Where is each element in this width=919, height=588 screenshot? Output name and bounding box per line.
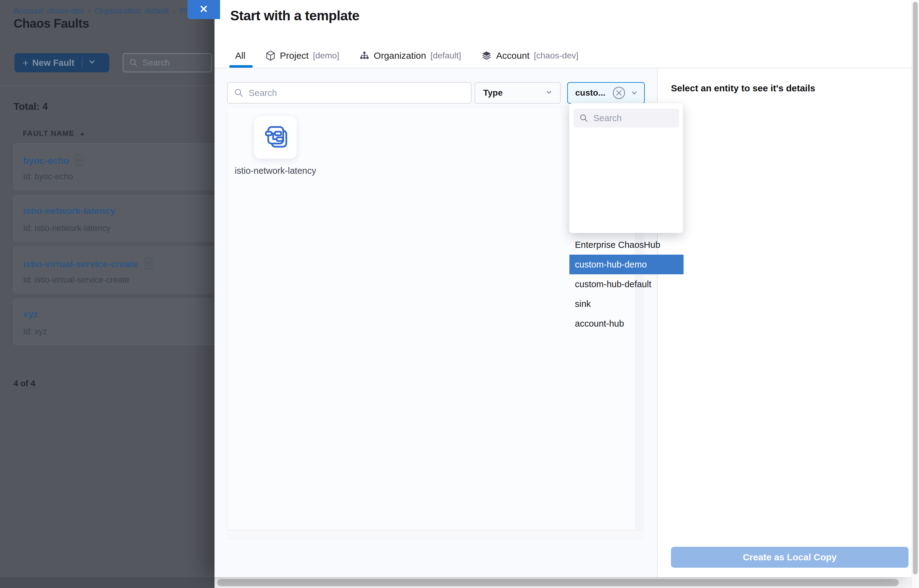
menu-item-label: custom-hub-demo xyxy=(575,260,647,270)
chaoshub-dropdown-menu: Search Enterprise ChaosHub custom-hub-de… xyxy=(569,103,683,233)
fault-name-link[interactable]: xyz xyxy=(23,309,38,320)
menu-item-sink[interactable]: sink xyxy=(569,294,684,314)
chaoshub-menu-search-input[interactable]: Search xyxy=(574,108,679,128)
menu-item-custom-hub-default[interactable]: custom-hub-default xyxy=(569,274,684,294)
tab-label: Project xyxy=(280,50,308,61)
fault-id-label: Id: istio-network-latency xyxy=(23,224,110,233)
search-icon xyxy=(234,88,244,98)
faults-search-input[interactable]: Search xyxy=(123,53,212,72)
new-fault-label: New Fault xyxy=(32,58,75,68)
fault-name-column-header[interactable]: FAULT NAME ▲ xyxy=(23,129,85,138)
drawer-title: Start with a template xyxy=(230,8,360,23)
chaoshub-filter-value: custo... xyxy=(575,88,605,98)
tab-account[interactable]: Account [chaos-dev] xyxy=(481,50,578,61)
toolbar-divider xyxy=(0,85,214,86)
breadcrumb: Account: chaos-dev › Organization: defau… xyxy=(13,6,194,16)
type-filter-label: Type xyxy=(483,88,502,98)
tab-organization[interactable]: Organization [default] xyxy=(360,50,461,61)
new-fault-button[interactable]: + New Fault xyxy=(15,53,109,72)
fault-name-link[interactable]: byoc-echo xyxy=(23,156,69,166)
details-empty-state-text: Select an entity to see it's details xyxy=(671,83,815,94)
page-title: Chaos Faults xyxy=(13,16,89,31)
chevron-down-icon xyxy=(545,88,553,98)
workflow-template-icon xyxy=(263,124,289,151)
tab-project[interactable]: Project [demo] xyxy=(266,50,339,61)
tab-label: All xyxy=(235,50,245,61)
tab-scope-label: [default] xyxy=(430,51,461,61)
menu-item-label: sink xyxy=(575,299,591,309)
tab-label: Account xyxy=(496,50,529,61)
search-placeholder: Search xyxy=(249,88,277,98)
layers-icon xyxy=(481,50,492,61)
clear-filter-icon[interactable] xyxy=(612,86,626,100)
search-placeholder: Search xyxy=(143,58,170,68)
table-row[interactable]: istio-network-latency Id: istio-network-… xyxy=(13,195,222,242)
chevron-down-icon[interactable] xyxy=(630,89,639,97)
template-grid-footer xyxy=(227,530,644,539)
create-as-local-copy-button[interactable]: Create as Local Copy xyxy=(671,547,909,568)
close-drawer-button[interactable] xyxy=(188,0,220,19)
search-placeholder: Search xyxy=(593,113,622,123)
tab-all[interactable]: All xyxy=(235,50,245,61)
breadcrumb-separator: › xyxy=(88,7,91,15)
template-card-istio-network-latency[interactable] xyxy=(254,116,297,159)
sort-ascending-icon: ▲ xyxy=(79,131,85,137)
document-icon xyxy=(75,154,84,168)
menu-item-custom-hub-demo[interactable]: custom-hub-demo xyxy=(569,255,684,274)
table-row[interactable]: byoc-echo Id: byoc-echo xyxy=(13,143,222,190)
pagination-label: 4 of 4 xyxy=(13,379,36,388)
breadcrumb-organization-link[interactable]: Organization: default xyxy=(95,6,169,16)
active-tab-indicator xyxy=(229,65,253,68)
table-row[interactable]: istio-virtual-service-create Id: istio-v… xyxy=(13,247,222,293)
chaoshub-filter-dropdown[interactable]: custo... xyxy=(567,82,645,103)
plus-icon: + xyxy=(23,57,29,69)
fault-name-link[interactable]: istio-virtual-service-create xyxy=(23,259,138,270)
dimmed-scrollbar-area xyxy=(0,577,214,588)
horizontal-scrollbar-thumb[interactable] xyxy=(217,579,899,586)
document-icon xyxy=(144,257,153,271)
cube-icon xyxy=(266,50,276,61)
fault-id-label: Id: byoc-echo xyxy=(23,172,73,181)
chevron-down-icon[interactable] xyxy=(88,57,97,69)
type-filter-dropdown[interactable]: Type xyxy=(475,82,561,103)
org-chart-icon xyxy=(360,51,370,61)
tab-scope-label: [demo] xyxy=(313,51,339,61)
menu-item-label: custom-hub-default xyxy=(575,279,651,289)
menu-item-enterprise-chaoshub[interactable]: Enterprise ChaosHub xyxy=(569,235,684,255)
search-icon xyxy=(129,58,138,67)
table-row[interactable]: xyz Id: xyz xyxy=(13,298,222,345)
start-with-template-drawer: Start with a template All Project [demo]… xyxy=(214,0,912,577)
breadcrumb-account-link[interactable]: Account: chaos-dev xyxy=(13,6,84,16)
template-search-input[interactable]: Search xyxy=(227,82,472,103)
tab-label: Organization xyxy=(374,50,426,61)
button-divider xyxy=(82,57,83,68)
total-count-label: Total: 4 xyxy=(13,101,48,112)
search-icon xyxy=(579,113,588,123)
column-header-label: FAULT NAME xyxy=(23,129,75,138)
template-scope-tabs: All Project [demo] Organization [default… xyxy=(235,46,578,65)
vertical-scrollbar-thumb[interactable] xyxy=(913,2,918,575)
fault-id-label: Id: xyz xyxy=(23,327,47,336)
template-card-label: istio-network-latency xyxy=(232,164,319,177)
menu-item-label: account-hub xyxy=(575,318,624,329)
menu-item-account-hub[interactable]: account-hub xyxy=(569,314,684,333)
tab-scope-label: [chaos-dev] xyxy=(534,51,578,61)
fault-id-label: Id: istio-virtual-service-create xyxy=(23,275,129,285)
breadcrumb-separator: › xyxy=(173,7,175,15)
menu-item-label: Enterprise ChaosHub xyxy=(575,240,660,250)
close-icon xyxy=(198,4,209,15)
fault-name-link[interactable]: istio-network-latency xyxy=(23,206,115,216)
